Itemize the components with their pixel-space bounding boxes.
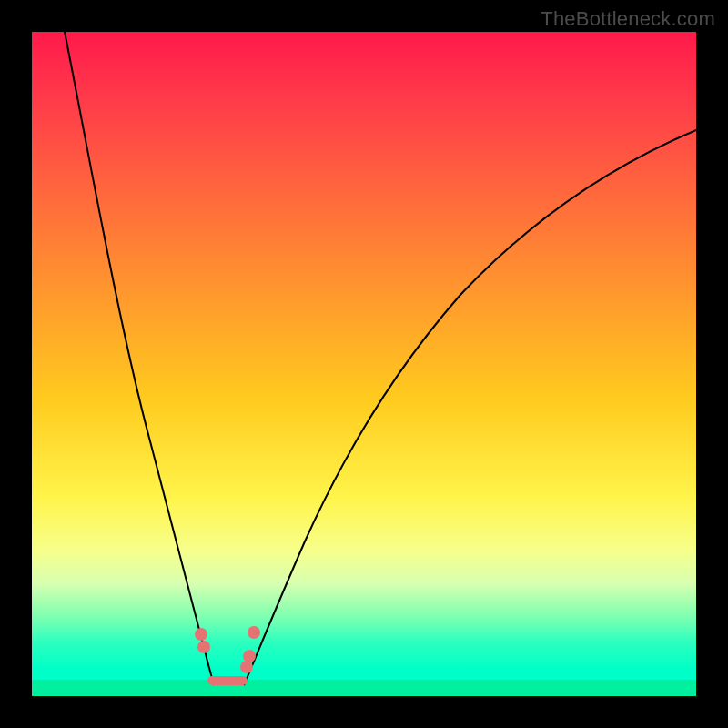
left-bottleneck-curve — [65, 32, 214, 685]
data-marker — [243, 650, 256, 662]
curves-layer — [32, 32, 696, 696]
data-marker — [197, 641, 210, 653]
right-bottleneck-curve — [244, 130, 696, 685]
chart-frame: TheBottleneck.com — [0, 0, 728, 728]
data-marker — [195, 628, 207, 641]
watermark-text: TheBottleneck.com — [541, 7, 715, 31]
plot-area — [32, 32, 696, 696]
data-marker — [248, 626, 260, 639]
data-marker — [240, 661, 253, 673]
